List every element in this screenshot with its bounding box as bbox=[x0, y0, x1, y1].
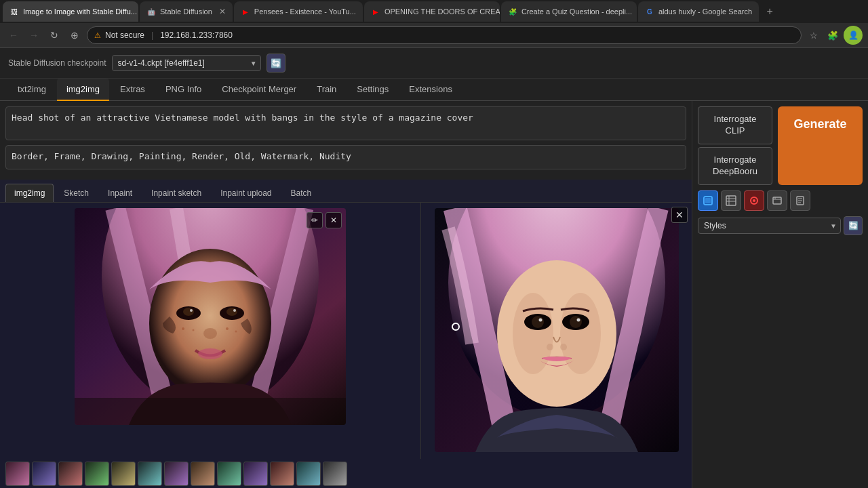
tab-label-5: Create a Quiz Question - deepli... bbox=[521, 7, 632, 16]
tab-google[interactable]: G aldus huxly - Google Search bbox=[638, 1, 759, 22]
checkpoint-label: Stable Diffusion checkpoint bbox=[8, 58, 106, 68]
separator: | bbox=[151, 30, 153, 40]
thumbnail-4[interactable] bbox=[85, 462, 109, 486]
tab-close-2[interactable]: ✕ bbox=[219, 7, 226, 16]
checkpoint-refresh-button[interactable]: 🔄 bbox=[267, 54, 285, 73]
svg-point-12 bbox=[193, 329, 195, 331]
svg-point-28 bbox=[560, 344, 567, 350]
thumbnail-1[interactable] bbox=[5, 462, 30, 486]
bookmark-icon[interactable]: ☆ bbox=[806, 27, 822, 43]
checkpoint-select-wrap: sd-v1-4.ckpt [fe4efff1e1] ▼ bbox=[112, 55, 261, 71]
address-bar[interactable]: ⚠ Not secure | 192.168.1.233:7860 bbox=[87, 26, 802, 44]
tab-checkpoint-merger[interactable]: Checkpoint Merger bbox=[212, 79, 306, 101]
output-image bbox=[435, 208, 679, 452]
svg-point-14 bbox=[235, 331, 237, 333]
thumbnail-10[interactable] bbox=[243, 462, 268, 486]
thumbnail-7[interactable] bbox=[164, 462, 189, 486]
tab-favicon-2: 🤖 bbox=[146, 7, 156, 16]
tab-stable-diffusion[interactable]: 🤖 Stable Diffusion ✕ bbox=[140, 1, 233, 22]
thumbnail-13[interactable] bbox=[323, 462, 347, 486]
svg-rect-30 bbox=[705, 198, 711, 203]
svg-point-8 bbox=[233, 309, 236, 312]
positive-prompt[interactable] bbox=[5, 106, 686, 140]
tab-youtube-1[interactable]: ▶ Pensees - Existence - YouTu... bbox=[234, 1, 363, 22]
style-icon-3[interactable] bbox=[744, 190, 764, 211]
tab-youtube-2[interactable]: ▶ OPENING THE DOORS OF CREA... bbox=[364, 1, 500, 22]
thumbnail-9[interactable] bbox=[217, 462, 241, 486]
security-label: Not secure bbox=[105, 30, 144, 40]
left-panel: img2img Sketch Inpaint Inpaint sketch In… bbox=[0, 101, 692, 488]
thumbnail-6[interactable] bbox=[138, 462, 162, 486]
svg-rect-31 bbox=[726, 196, 736, 205]
tab-favicon-4: ▶ bbox=[371, 7, 380, 16]
sub-tabs: img2img Sketch Inpaint Inpaint sketch In… bbox=[0, 180, 692, 203]
reload-button[interactable]: ↻ bbox=[46, 27, 62, 43]
tab-deepli[interactable]: 🧩 Create a Quiz Question - deepli... bbox=[501, 1, 637, 22]
tab-train[interactable]: Train bbox=[307, 79, 346, 101]
clear-image-button[interactable]: ✕ bbox=[326, 212, 342, 228]
right-panel: Interrogate CLIP Interrogate DeepBooru G… bbox=[692, 101, 868, 488]
images-row: ✏ ✕ ✕ bbox=[0, 203, 692, 459]
interrogate-deepbooru-button[interactable]: Interrogate DeepBooru bbox=[698, 147, 772, 185]
sub-tab-img2img[interactable]: img2img bbox=[5, 184, 54, 202]
sub-tab-inpaint-upload[interactable]: Inpaint upload bbox=[212, 184, 280, 202]
sub-tab-inpaint[interactable]: Inpaint bbox=[99, 184, 141, 202]
tab-active[interactable]: 🖼 Image to Image with Stable Diffu... ✕ bbox=[3, 1, 138, 22]
sub-tab-inpaint-sketch[interactable]: Inpaint sketch bbox=[142, 184, 210, 202]
extensions-icon[interactable]: 🧩 bbox=[825, 27, 841, 43]
thumbnail-3[interactable] bbox=[58, 462, 83, 486]
styles-select[interactable]: Styles bbox=[698, 218, 841, 234]
style-icon-4[interactable] bbox=[767, 190, 787, 211]
thumbnail-2[interactable] bbox=[32, 462, 56, 486]
thumbnail-5[interactable] bbox=[111, 462, 136, 486]
edit-image-button[interactable]: ✏ bbox=[307, 212, 323, 228]
styles-select-wrap: Styles ▼ bbox=[698, 218, 841, 234]
thumbnail-11[interactable] bbox=[270, 462, 294, 486]
back-button[interactable]: ← bbox=[5, 27, 22, 43]
styles-row: Styles ▼ 🔄 bbox=[698, 216, 863, 235]
new-tab-button[interactable]: + bbox=[760, 2, 779, 21]
svg-point-9 bbox=[203, 328, 217, 339]
home-button[interactable]: ⊕ bbox=[66, 27, 83, 43]
tab-extras[interactable]: Extras bbox=[111, 79, 155, 101]
svg-point-26 bbox=[576, 319, 580, 322]
svg-point-10 bbox=[198, 348, 222, 359]
svg-point-24 bbox=[570, 316, 582, 328]
app: Stable Diffusion checkpoint sd-v1-4.ckpt… bbox=[0, 48, 868, 488]
sub-tab-batch[interactable]: Batch bbox=[282, 184, 321, 202]
sub-tab-sketch[interactable]: Sketch bbox=[55, 184, 98, 202]
browser-chrome: 🖼 Image to Image with Stable Diffu... ✕ … bbox=[0, 0, 868, 48]
style-icon-5[interactable] bbox=[790, 190, 810, 211]
svg-point-36 bbox=[753, 199, 755, 202]
tab-favicon-3: ▶ bbox=[241, 7, 250, 16]
tab-png-info[interactable]: PNG Info bbox=[156, 79, 211, 101]
generate-button[interactable]: Generate bbox=[778, 106, 863, 185]
browser-toolbar: ← → ↻ ⊕ ⚠ Not secure | 192.168.1.233:786… bbox=[0, 23, 868, 47]
tab-settings[interactable]: Settings bbox=[347, 79, 398, 101]
tab-label-1: Image to Image with Stable Diffu... bbox=[23, 7, 137, 16]
checkpoint-select[interactable]: sd-v1-4.ckpt [fe4efff1e1] bbox=[112, 55, 261, 71]
nav-tabs: txt2img img2img Extras PNG Info Checkpoi… bbox=[0, 79, 868, 101]
svg-point-23 bbox=[532, 316, 544, 328]
tab-label-3: Pensees - Existence - YouTu... bbox=[254, 7, 356, 16]
tab-img2img[interactable]: img2img bbox=[57, 79, 109, 101]
tab-label-6: aldus huxly - Google Search bbox=[658, 7, 752, 16]
thumbnail-8[interactable] bbox=[191, 462, 215, 486]
tab-txt2img[interactable]: txt2img bbox=[8, 79, 56, 101]
forward-button[interactable]: → bbox=[26, 27, 42, 43]
style-icon-2[interactable] bbox=[721, 190, 741, 211]
style-icon-1[interactable] bbox=[698, 190, 718, 211]
styles-refresh-button[interactable]: 🔄 bbox=[844, 216, 863, 235]
negative-prompt[interactable] bbox=[5, 145, 686, 169]
profile-icon[interactable]: 👤 bbox=[844, 26, 863, 45]
prompts-area bbox=[0, 101, 692, 180]
tab-label-4: OPENING THE DOORS OF CREA... bbox=[384, 7, 500, 16]
interrogate-clip-button[interactable]: Interrogate CLIP bbox=[698, 106, 772, 144]
tab-extensions[interactable]: Extensions bbox=[399, 79, 462, 101]
image-overlay-buttons: ✏ ✕ bbox=[307, 212, 342, 228]
svg-point-6 bbox=[226, 308, 237, 316]
svg-point-27 bbox=[547, 344, 553, 350]
svg-point-19 bbox=[513, 293, 553, 374]
close-output-button[interactable]: ✕ bbox=[671, 207, 688, 223]
thumbnail-12[interactable] bbox=[296, 462, 321, 486]
